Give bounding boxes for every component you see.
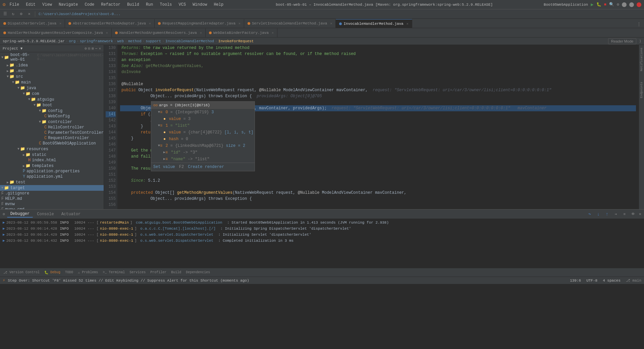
- profiler-button[interactable]: Profiler: [148, 269, 168, 276]
- stop-button[interactable]: ■: [604, 2, 606, 7]
- tree-item-resources[interactable]: ▼ 📁 resources: [0, 146, 104, 152]
- menu-help[interactable]: Help: [212, 2, 225, 8]
- tree-item-controller[interactable]: ▼ 📁 controller: [0, 119, 104, 125]
- tab-close[interactable]: ✕: [200, 31, 202, 35]
- debug-row-2-id[interactable]: ▶ ≡ "id" -> "3": [151, 149, 255, 156]
- evaluate-icon[interactable]: ≡: [621, 211, 628, 218]
- tree-item-bootapp[interactable]: C Boot05Web01Application: [0, 141, 104, 146]
- run-button[interactable]: ▶: [591, 2, 593, 7]
- debug-tab-console[interactable]: Console: [34, 211, 57, 217]
- sidebar-close-icon[interactable]: ✕: [99, 46, 101, 51]
- sidebar-hide-icon[interactable]: ⊟: [88, 46, 91, 51]
- menu-run[interactable]: Run: [145, 2, 155, 8]
- tab-invocable-handler[interactable]: InvocableHandlerMethod.java ✕: [336, 19, 412, 28]
- watch-icon[interactable]: 👁: [630, 211, 637, 218]
- services-button[interactable]: Services: [127, 269, 148, 276]
- line-col[interactable]: 139:6: [570, 279, 581, 283]
- tab-dispatcher-servlet[interactable]: DispatcherServlet.java ✕: [0, 19, 65, 28]
- notifications-icon[interactable]: Notifications: [639, 46, 644, 72]
- tree-item-paramtest[interactable]: C ParameterTestController: [0, 130, 104, 135]
- editor-content[interactable]: 130 131 132 133 134 135 136 137 138 139 …: [104, 45, 639, 209]
- build-button[interactable]: Build: [169, 269, 183, 276]
- tree-item-target[interactable]: ▼ 📁 target: [0, 185, 104, 191]
- reader-mode-button[interactable]: Reader Mode: [608, 38, 637, 44]
- debug-row-1-val[interactable]: ● value = {char[4]@6722} [l, i, s, t]: [151, 129, 255, 136]
- encoding[interactable]: UTF-8: [586, 279, 597, 283]
- maximize-button[interactable]: [629, 2, 634, 7]
- reader-mode-toggle[interactable]: ⟩: [639, 39, 641, 43]
- problems-button[interactable]: ⚠ Problems: [76, 269, 100, 276]
- tree-item-gitignore[interactable]: F .gitignore: [0, 191, 104, 196]
- tree-item-test[interactable]: ▶ 📁 test: [0, 179, 104, 185]
- menu-file[interactable]: File: [8, 2, 20, 8]
- tab-request-mapping[interactable]: RequestMappingHandlerAdapter.java ✕: [155, 19, 244, 28]
- tree-item-help[interactable]: F HELP.md: [0, 196, 104, 201]
- terminal-button[interactable]: >_ Terminal: [101, 269, 127, 276]
- debug-close-icon[interactable]: ✕: [639, 212, 641, 217]
- tree-item-mvn[interactable]: ▶ 📁 .mvn: [0, 68, 104, 74]
- tree-item-com[interactable]: ▼ 📁 com: [0, 91, 104, 97]
- debug-row-0[interactable]: ▼ ≡ 0 = {Integer@6719} 3: [151, 109, 255, 116]
- debug-row-1[interactable]: ▼ ≡ 1 = "list": [151, 122, 255, 129]
- tab-abstract-handler[interactable]: AbstractHandlerMethodAdapter.java ✕: [65, 19, 155, 28]
- endpoints-icon[interactable]: Endpoints: [639, 80, 644, 100]
- set-value-button[interactable]: Set value: [153, 164, 175, 170]
- menu-tools[interactable]: Tools: [159, 2, 173, 8]
- tree-item-boot[interactable]: ▼ 📁 boot: [0, 102, 104, 108]
- tab-close[interactable]: ✕: [272, 31, 274, 35]
- debug-settings-icon[interactable]: ⚙: [3, 212, 5, 216]
- menu-bar[interactable]: File Edit View Navigate Code Refactor Bu…: [8, 2, 225, 8]
- tree-item-reqcontroller[interactable]: C RequestController: [0, 135, 104, 141]
- tab-handler-resolver-composite[interactable]: HandlerMethodArgumentResolverComposite.j…: [0, 28, 112, 37]
- tree-item-src[interactable]: ▼ 📁 src: [0, 74, 104, 79]
- tab-handler-resolvers[interactable]: HandlerMethodArgumentResolvers.java ✕: [112, 28, 206, 37]
- dependencies-button[interactable]: Dependencies: [184, 269, 212, 276]
- version-control-button[interactable]: ⎇ Version Control: [1, 269, 42, 276]
- menu-navigate[interactable]: Navigate: [57, 2, 79, 8]
- debug-button[interactable]: 🐛 Debug: [42, 269, 62, 276]
- tab-close[interactable]: ✕: [407, 22, 409, 26]
- tree-item-webconfig[interactable]: C WebConfig: [0, 114, 104, 119]
- tree-item-app-yml[interactable]: Y application.yml: [0, 174, 104, 179]
- debug-tab-debugger[interactable]: Debugger: [7, 211, 33, 218]
- code-area[interactable]: Returns: the raw value returned by the i…: [117, 45, 639, 209]
- sidebar-expand-icon[interactable]: ⊞: [92, 46, 94, 51]
- menu-view[interactable]: View: [41, 2, 53, 8]
- sidebar-config-icon[interactable]: ⚙: [85, 46, 87, 51]
- tab-menu-icon[interactable]: ⋮: [635, 20, 643, 28]
- step-out-icon[interactable]: ↑: [603, 211, 611, 218]
- settings-icon[interactable]: ⚙: [617, 2, 619, 7]
- sidebar-settings-icon[interactable]: ⋯: [95, 46, 98, 51]
- debug-row-2[interactable]: ▼ ≡ 2 = {LinkedHashMap@6721} size = 2: [151, 142, 255, 149]
- create-renderer-button[interactable]: Create renderer: [188, 164, 224, 170]
- tree-item-mvnw[interactable]: F mvnw: [0, 201, 104, 207]
- debug-row-2-name[interactable]: ▶ ≡ "name" -> "list": [151, 156, 255, 163]
- tab-servlet-invocable[interactable]: ServletInvocableHandlerMethod.java ✕: [244, 19, 336, 28]
- close-button[interactable]: [637, 2, 641, 7]
- tab-close[interactable]: ✕: [59, 21, 61, 25]
- run-to-cursor-icon[interactable]: ⇥: [612, 211, 620, 218]
- tree-item-config[interactable]: ▼ 📁 config: [0, 108, 104, 114]
- menu-build[interactable]: Build: [126, 2, 141, 8]
- close-project-icon[interactable]: ✕: [25, 10, 33, 18]
- tab-close[interactable]: ✕: [330, 21, 332, 25]
- tab-close[interactable]: ✕: [106, 31, 108, 35]
- tree-item-mvnwcmd[interactable]: F mvnw.cmd: [0, 207, 104, 209]
- project-toggle[interactable]: ☰: [1, 10, 9, 18]
- menu-edit[interactable]: Edit: [24, 2, 37, 8]
- minimize-button[interactable]: [622, 2, 627, 7]
- breadcrumb-class[interactable]: InvocableHandlerMethod: [165, 39, 214, 43]
- debug-run-button[interactable]: 🐛: [596, 2, 601, 7]
- sync-icon[interactable]: ↻: [9, 10, 17, 18]
- tree-item-static[interactable]: ▶ 📁 static: [0, 152, 104, 158]
- tree-item-boot05[interactable]: ▼ 📁 boot-05-web-01 C:\Users\Jason\IdeaPr…: [0, 52, 104, 62]
- menu-window[interactable]: Window: [191, 2, 208, 8]
- window-controls[interactable]: [622, 2, 641, 7]
- config-icon[interactable]: ⚙: [17, 10, 25, 18]
- tab-web-data-binder[interactable]: WebDataBinderFactory.java ✕: [206, 28, 277, 37]
- debug-row-0-val[interactable]: ● value = 3: [151, 116, 255, 122]
- step-into-icon[interactable]: ↓: [595, 211, 602, 218]
- indent[interactable]: 4 spaces: [603, 279, 621, 283]
- menu-code[interactable]: Code: [83, 2, 96, 8]
- tree-item-index[interactable]: H index.html: [0, 158, 104, 163]
